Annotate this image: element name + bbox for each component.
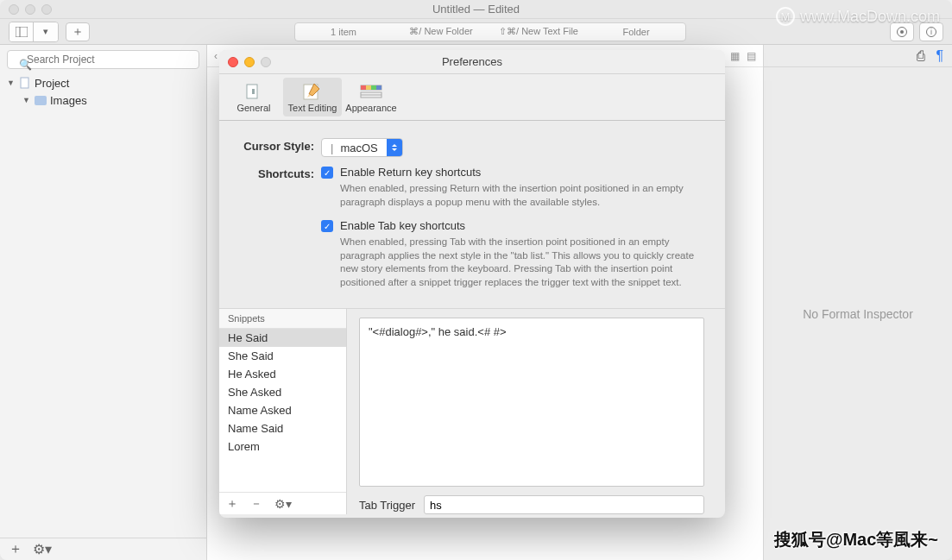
inspector-bar: ⎙ ¶ [764, 45, 952, 67]
inspector-pane: ⎙ ¶ No Format Inspector [764, 45, 952, 560]
search-icon: 🔍 [19, 59, 32, 71]
add-snippet-icon[interactable]: ＋ [226, 496, 238, 512]
search-field-wrap: 🔍 [7, 50, 199, 69]
watermark-bottom: 搜狐号@Mac等風来~ [774, 528, 938, 551]
grid-small-icon[interactable]: ▦ [730, 50, 740, 62]
tree-label: Images [50, 94, 87, 107]
tab-shortcuts-help: When enabled, pressing Tab with the inse… [340, 236, 704, 289]
return-shortcuts-label: Enable Return key shortcuts [340, 166, 481, 179]
tab-trigger-label: Tab Trigger [359, 499, 415, 512]
folder-icon [35, 96, 47, 105]
snippet-item[interactable]: Name Said [219, 419, 346, 437]
svg-rect-8 [252, 89, 255, 94]
add-icon[interactable]: ＋ [9, 540, 22, 558]
svg-point-3 [900, 30, 904, 34]
outline-icon[interactable]: ⎙ [917, 48, 925, 64]
prefs-title: Preferences [442, 55, 502, 68]
cursor-style-label: Cursor Style: [240, 138, 321, 153]
watermark-top-text: www.MacDown.com [800, 8, 940, 26]
text-editing-icon [301, 82, 324, 101]
prefs-titlebar: Preferences [219, 50, 725, 74]
return-shortcuts-help: When enabled, pressing Return with the i… [340, 182, 704, 209]
item-count: 1 item [295, 27, 393, 37]
snippet-item[interactable]: Lorem [219, 437, 346, 456]
prefs-close-button[interactable] [228, 57, 238, 67]
snippets-footer: ＋ － ⚙︎▾ [219, 492, 346, 514]
sidebar-toggle-icon[interactable] [9, 22, 34, 41]
tab-text-editing-label: Text Editing [288, 103, 337, 113]
shortcuts-label: Shortcuts: [240, 166, 321, 180]
grid-large-icon[interactable]: ▤ [747, 50, 756, 62]
sidebar-footer: ＋ ⚙︎▾ [0, 538, 206, 560]
tab-general[interactable]: General [224, 78, 283, 116]
svg-rect-0 [16, 27, 28, 37]
remove-snippet-icon[interactable]: － [250, 496, 262, 512]
svg-rect-14 [376, 85, 381, 90]
popup-arrows-icon [387, 138, 402, 157]
svg-rect-12 [366, 85, 371, 90]
prefs-body: Cursor Style: |macOS Shortcuts: ✓ Enable… [219, 121, 725, 518]
watermark-logo-icon: M [776, 7, 795, 26]
tree-row-images[interactable]: ▼ Images [0, 91, 206, 109]
cursor-style-popup[interactable]: |macOS [321, 138, 403, 157]
snippets-header: Snippets [219, 309, 346, 329]
search-input[interactable] [7, 50, 199, 69]
return-shortcuts-checkbox[interactable]: ✓ [321, 167, 333, 179]
paragraph-icon[interactable]: ¶ [936, 48, 943, 64]
prefs-minimize-button[interactable] [244, 57, 255, 67]
new-textfile-hint: ⇧⌘/ New Text File [490, 26, 588, 37]
svg-rect-11 [361, 85, 366, 90]
prefs-tabs: General Text Editing Appearance [219, 74, 725, 121]
snippet-item[interactable]: Name Asked [219, 401, 346, 419]
tab-appearance-label: Appearance [345, 103, 396, 113]
gear-icon[interactable]: ⚙︎▾ [33, 541, 52, 557]
info-bar: 1 item ⌘/ New Folder ⇧⌘/ New Text File F… [294, 22, 686, 41]
snippet-item[interactable]: He Said [219, 329, 346, 347]
tab-text-editing[interactable]: Text Editing [283, 78, 342, 116]
snippets-area: Snippets He Said She Said He Asked She A… [219, 308, 725, 514]
folder-hint: Folder [588, 27, 685, 37]
snippet-item[interactable]: He Asked [219, 365, 346, 383]
add-button[interactable]: ＋ [66, 22, 90, 41]
back-icon[interactable]: ‹ [214, 50, 218, 62]
tree-label: Project [35, 77, 69, 90]
new-folder-hint: ⌘/ New Folder [393, 26, 490, 37]
snippet-gear-icon[interactable]: ⚙︎▾ [274, 497, 292, 511]
tab-shortcuts-label: Enable Tab key shortcuts [340, 219, 465, 232]
snippet-text[interactable]: "<#dialog#>," he said.<# #> [359, 318, 704, 487]
prefs-zoom-button[interactable] [261, 57, 271, 67]
view-segmented[interactable]: ▾ [9, 22, 59, 42]
disclosure-icon[interactable]: ▼ [22, 96, 31, 104]
disclosure-icon[interactable]: ▼ [7, 79, 16, 87]
zoom-button[interactable] [41, 4, 52, 15]
tab-appearance[interactable]: Appearance [342, 78, 400, 116]
tree-row-project[interactable]: ▼ Project [0, 74, 206, 91]
tab-general-label: General [236, 103, 270, 113]
snippet-item[interactable]: She Asked [219, 383, 346, 401]
chevron-down-icon[interactable]: ▾ [34, 22, 58, 41]
svg-rect-13 [371, 85, 376, 90]
cursor-style-value: macOS [340, 142, 377, 154]
preferences-window: Preferences General Text Editing Appeara… [219, 50, 725, 518]
sidebar: 🔍 ▼ Project ▼ Images ＋ ⚙︎▾ [0, 45, 207, 560]
snippet-item[interactable]: She Said [219, 347, 346, 365]
general-icon [243, 82, 265, 101]
window-title: Untitled — Edited [432, 3, 520, 16]
appearance-icon [360, 82, 382, 101]
traffic-lights [9, 4, 52, 15]
close-button[interactable] [9, 4, 19, 15]
file-tree: ▼ Project ▼ Images [0, 74, 206, 109]
inspector-empty: No Format Inspector [764, 67, 952, 560]
inspector-empty-label: No Format Inspector [803, 307, 913, 321]
snippets-list: Snippets He Said She Said He Asked She A… [219, 309, 347, 514]
svg-text:i: i [930, 28, 932, 36]
tab-trigger-input[interactable] [424, 495, 704, 514]
tab-shortcuts-checkbox[interactable]: ✓ [321, 220, 333, 232]
watermark-top: M www.MacDown.com [776, 7, 940, 26]
minimize-button[interactable] [25, 4, 35, 15]
document-icon [19, 77, 31, 89]
svg-rect-6 [21, 78, 28, 88]
